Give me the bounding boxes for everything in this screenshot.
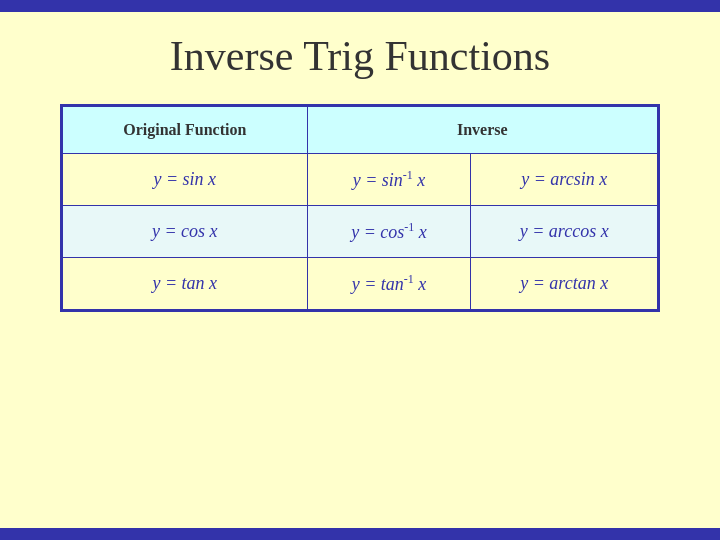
cell-sin-inv2: y = arcsin x	[471, 154, 658, 206]
header-inverse: Inverse	[307, 107, 658, 154]
page-content: Inverse Trig Functions Original Function…	[0, 12, 720, 332]
table-header-row: Original Function Inverse	[63, 107, 658, 154]
cell-cos-inv1: y = cos-1 x	[307, 206, 471, 258]
cell-cos-inv2: y = arccos x	[471, 206, 658, 258]
table-container: Original Function Inverse y = sin x y = …	[60, 104, 660, 312]
page-title: Inverse Trig Functions	[60, 32, 660, 80]
table-row: y = sin x y = sin-1 x y = arcsin x	[63, 154, 658, 206]
cell-cos-original: y = cos x	[63, 206, 308, 258]
cell-sin-original: y = sin x	[63, 154, 308, 206]
cell-tan-inv1: y = tan-1 x	[307, 258, 471, 310]
cell-sin-inv1: y = sin-1 x	[307, 154, 471, 206]
cell-tan-inv2: y = arctan x	[471, 258, 658, 310]
cell-tan-original: y = tan x	[63, 258, 308, 310]
table-row: y = cos x y = cos-1 x y = arccos x	[63, 206, 658, 258]
trig-table: Original Function Inverse y = sin x y = …	[62, 106, 658, 310]
table-row: y = tan x y = tan-1 x y = arctan x	[63, 258, 658, 310]
header-original: Original Function	[63, 107, 308, 154]
bottom-bar	[0, 528, 720, 540]
top-bar	[0, 0, 720, 12]
